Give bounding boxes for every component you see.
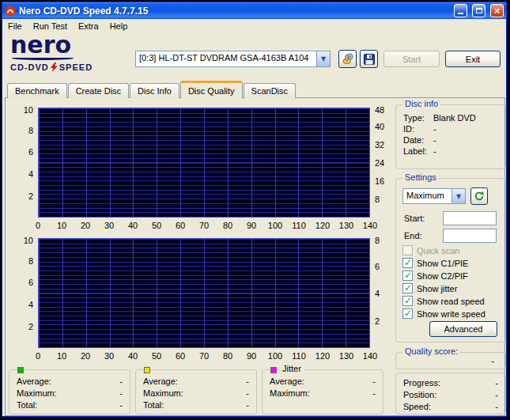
- tab-scandisc[interactable]: ScanDisc: [244, 83, 296, 98]
- stat-value: -: [119, 400, 123, 410]
- chart-top-plot-area: [38, 108, 370, 218]
- x-tick-label: 30: [98, 351, 120, 361]
- chart-bottom: 10 8 6 4 2 8 6 4 2 0 10 20 30 40 50 60 7…: [10, 238, 388, 365]
- show-write-speed-checkbox[interactable]: [402, 308, 413, 319]
- option-row: Show jitter: [402, 283, 457, 293]
- menu-item-extra[interactable]: Extra: [73, 20, 104, 32]
- close-button[interactable]: [490, 4, 504, 17]
- group-title: Quality score:: [402, 346, 460, 356]
- group-title: Disc info: [402, 99, 440, 108]
- tick-label: 8: [375, 236, 380, 245]
- checkbox-label: Show write speed: [417, 309, 485, 319]
- x-tick-label: 0: [27, 221, 49, 230]
- x-tick-label: 40: [122, 351, 144, 361]
- lightning-bolt-icon: [51, 62, 58, 72]
- chart-top-right-axis: 48 40 32 24 16 8: [373, 108, 388, 218]
- option-row: Show read speed: [402, 296, 485, 306]
- status-label: Progress:: [403, 378, 440, 388]
- x-tick-label: 20: [74, 221, 96, 230]
- menubar: File Run Test Extra Help: [2, 19, 506, 33]
- x-tick-label: 110: [288, 351, 310, 361]
- stat-label: Maximum:: [17, 388, 57, 398]
- info-value: -: [433, 124, 436, 134]
- info-label: Type:: [403, 113, 433, 123]
- tick-label: 10: [10, 236, 33, 245]
- maximize-button[interactable]: [472, 4, 485, 17]
- chart-top: 10 8 6 4 2 48 40 32 24 16 8 0 10 20 30 4…: [10, 108, 388, 234]
- minimize-button[interactable]: [454, 4, 467, 17]
- tab-disc-info[interactable]: Disc Info: [130, 83, 179, 98]
- status-value: -: [495, 378, 498, 388]
- tick-label: 6: [375, 263, 380, 271]
- advanced-button[interactable]: Advanced: [429, 321, 497, 337]
- show-c2-pif-checkbox[interactable]: [402, 271, 413, 281]
- x-tick-label: 80: [217, 351, 239, 361]
- x-tick-label: 120: [312, 351, 334, 361]
- c2-pif-stats-group: Average:- Maximum:- Total:-: [135, 369, 257, 414]
- x-tick-label: 70: [193, 351, 215, 361]
- titlebar: Nero CD-DVD Speed 4.7.7.15: [2, 2, 506, 19]
- status-value: -: [495, 402, 498, 411]
- tab-benchmark[interactable]: Benchmark: [7, 83, 67, 98]
- show-read-speed-checkbox[interactable]: [402, 296, 413, 306]
- speed-select[interactable]: Maximum: [402, 188, 466, 204]
- stat-label: Total:: [17, 400, 37, 410]
- x-tick-label: 100: [264, 351, 286, 361]
- tick-label: 10: [10, 106, 33, 115]
- stat-value: -: [119, 376, 123, 386]
- tick-label: 24: [375, 159, 384, 168]
- eject-button[interactable]: [338, 50, 357, 68]
- show-jitter-checkbox[interactable]: [402, 283, 413, 293]
- checkbox-label: Show read speed: [417, 297, 485, 306]
- x-tick-label: 50: [145, 221, 168, 230]
- tick-label: 6: [10, 278, 33, 287]
- x-tick-label: 120: [312, 221, 334, 230]
- settings-group: Settings Maximum Start: End: Quick scan …: [395, 178, 506, 342]
- tick-label: 8: [10, 127, 33, 135]
- refresh-button[interactable]: [470, 187, 488, 205]
- x-tick-label: 140: [359, 221, 381, 230]
- start-field-label: Start:: [404, 214, 425, 223]
- menu-item-help[interactable]: Help: [104, 20, 134, 32]
- info-label: Date:: [403, 135, 433, 145]
- status-value: -: [495, 390, 498, 399]
- tick-label: 40: [375, 123, 384, 131]
- x-tick-label: 10: [51, 221, 73, 230]
- save-button[interactable]: [360, 50, 378, 68]
- tick-label: 4: [10, 170, 33, 179]
- drive-select-value: [0:3] HL-DT-ST DVDRAM GSA-4163B A104: [136, 51, 316, 66]
- option-row: Show C1/PIE: [402, 258, 468, 268]
- show-c1-pie-checkbox[interactable]: [402, 258, 413, 268]
- x-tick-label: 0: [27, 351, 49, 361]
- chart-top-x-axis: 0 10 20 30 40 50 60 70 80 90 100 110 120…: [27, 221, 381, 230]
- chart-bottom-x-axis: 0 10 20 30 40 50 60 70 80 90 100 110 120…: [27, 351, 381, 361]
- x-tick-label: 10: [51, 351, 73, 361]
- close-icon: [494, 6, 501, 16]
- tick-label: 4: [375, 289, 380, 298]
- exit-button[interactable]: Exit: [445, 51, 501, 67]
- tab-disc-quality[interactable]: Disc Quality: [180, 81, 243, 99]
- x-tick-label: 130: [335, 221, 357, 230]
- tick-label: 2: [375, 317, 380, 326]
- info-value: -: [433, 135, 436, 145]
- end-field-label: End:: [404, 231, 422, 240]
- tick-label: 32: [375, 141, 384, 149]
- checkbox-label: Show jitter: [417, 284, 457, 293]
- x-tick-label: 90: [240, 351, 263, 361]
- tab-create-disc[interactable]: Create Disc: [68, 83, 129, 98]
- stat-value: -: [246, 400, 249, 410]
- end-field[interactable]: [443, 229, 497, 243]
- start-button[interactable]: Start: [383, 51, 440, 67]
- stat-label: Total:: [143, 400, 164, 410]
- app-icon: [5, 6, 16, 17]
- chart-bottom-plot-area: [38, 238, 370, 348]
- quality-score-group: Quality score: -: [395, 352, 506, 369]
- x-tick-label: 60: [169, 221, 191, 230]
- stat-value: -: [372, 388, 376, 398]
- chevron-down-icon[interactable]: [316, 51, 330, 66]
- start-field[interactable]: [443, 211, 497, 225]
- x-tick-label: 110: [288, 221, 310, 230]
- drive-select[interactable]: [0:3] HL-DT-ST DVDRAM GSA-4163B A104: [135, 51, 331, 67]
- chevron-down-icon[interactable]: [451, 189, 465, 203]
- status-label: Position:: [403, 390, 436, 399]
